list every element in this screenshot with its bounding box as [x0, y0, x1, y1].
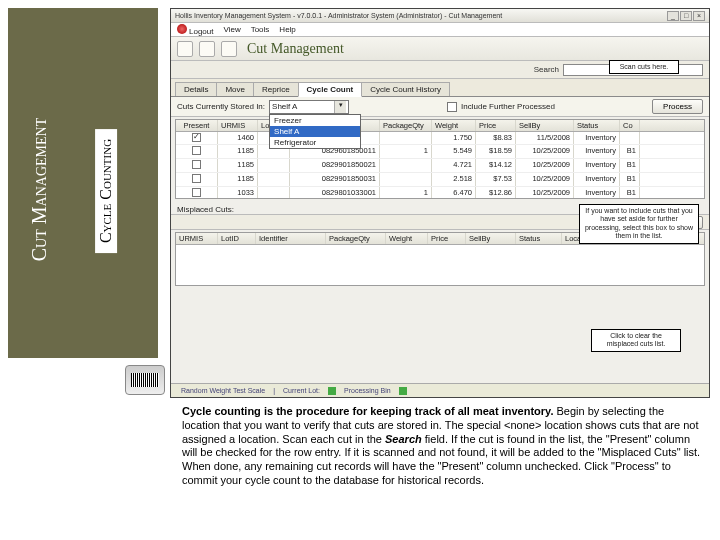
include-processed-checkbox[interactable]	[447, 102, 457, 112]
chevron-down-icon: ▾	[334, 101, 346, 113]
sidebar-band: Cut Management Cycle Counting	[8, 8, 158, 358]
present-checkbox[interactable]	[192, 188, 201, 197]
status-lot-label: Current Lot:	[279, 387, 324, 394]
close-button[interactable]: ×	[693, 11, 705, 21]
callout-clear: Click to clear the misplaced cuts list.	[591, 329, 681, 352]
logout-icon	[177, 24, 187, 34]
table-row[interactable]: 1460EX21.750$8.8311/5/2008Inventory	[176, 132, 704, 145]
location-option[interactable]: Refrigerator	[270, 137, 360, 148]
location-dropdown-menu: Freezer Shelf A Refrigerator	[269, 114, 361, 149]
titlebar: Hollis Inventory Management System - v7.…	[171, 9, 709, 23]
help-menu[interactable]: Help	[279, 25, 295, 34]
present-checkbox[interactable]	[192, 174, 201, 183]
slide-description: Cycle counting is the procedure for keep…	[182, 405, 702, 488]
window-title: Hollis Inventory Management System - v7.…	[175, 12, 502, 19]
status-indicator-icon	[399, 387, 407, 395]
location-option[interactable]: Shelf A	[270, 126, 360, 137]
include-processed-label: Include Further Processed	[461, 102, 555, 111]
maximize-button[interactable]: □	[680, 11, 692, 21]
stored-in-label: Cuts Currently Stored In:	[177, 102, 265, 111]
app-window: Hollis Inventory Management System - v7.…	[170, 8, 710, 398]
logout-menu[interactable]: Logout	[177, 24, 213, 36]
toolbar: Cut Management	[171, 37, 709, 61]
search-label: Search	[534, 65, 559, 74]
status-bin-label: Processing Bin	[340, 387, 395, 394]
sidebar-title-main: Cut Management	[28, 118, 51, 261]
toolbar-title: Cut Management	[247, 41, 344, 57]
present-checkbox[interactable]	[192, 146, 201, 155]
process-button[interactable]: Process	[652, 99, 703, 114]
location-dropdown[interactable]: Shelf A ▾	[269, 100, 349, 114]
tab-cycle-history[interactable]: Cycle Count History	[361, 82, 450, 96]
minimize-button[interactable]: _	[667, 11, 679, 21]
tab-details[interactable]: Details	[175, 82, 217, 96]
cuts-grid-header: Present URMIS Lot Identifier PackageQty …	[176, 120, 704, 132]
tab-cycle-count[interactable]: Cycle Count	[298, 82, 363, 97]
table-row[interactable]: 1033082980103300116.470$12.8610/25/2009I…	[176, 187, 704, 198]
view-menu[interactable]: View	[223, 25, 240, 34]
status-indicator-icon	[328, 387, 336, 395]
table-row[interactable]: 118508299018500312.518$7.5310/25/2009Inv…	[176, 173, 704, 187]
tab-reprice[interactable]: Reprice	[253, 82, 299, 96]
status-scale: Random Weight Test Scale	[177, 387, 269, 394]
menubar: Logout View Tools Help	[171, 23, 709, 37]
cut-icon[interactable]	[221, 41, 237, 57]
print-icon[interactable]	[199, 41, 215, 57]
barcode-icon	[125, 365, 165, 395]
search-bar: Scan cuts here. Search	[171, 61, 709, 79]
table-row[interactable]: 1185082960185001115.549$18.5910/25/2009I…	[176, 145, 704, 159]
cycle-toolbar: Cuts Currently Stored In: Shelf A ▾ Free…	[171, 97, 709, 117]
present-checkbox[interactable]	[192, 160, 201, 169]
sidebar-title-sub: Cycle Counting	[95, 129, 117, 253]
callout-scan-here: Scan cuts here.	[609, 60, 679, 74]
tab-strip: Details Move Reprice Cycle Count Cycle C…	[171, 79, 709, 97]
present-checkbox[interactable]	[192, 133, 201, 142]
statusbar: Random Weight Test Scale| Current Lot: P…	[171, 383, 709, 397]
location-selected: Shelf A	[272, 102, 297, 111]
back-icon[interactable]	[177, 41, 193, 57]
tools-menu[interactable]: Tools	[251, 25, 270, 34]
location-option[interactable]: Freezer	[270, 115, 360, 126]
table-row[interactable]: 118508299018500214.721$14.1210/25/2009In…	[176, 159, 704, 173]
tab-move[interactable]: Move	[216, 82, 254, 96]
cuts-grid: Present URMIS Lot Identifier PackageQty …	[175, 119, 705, 199]
callout-include-processed: If you want to include cuts that you hav…	[579, 204, 699, 244]
